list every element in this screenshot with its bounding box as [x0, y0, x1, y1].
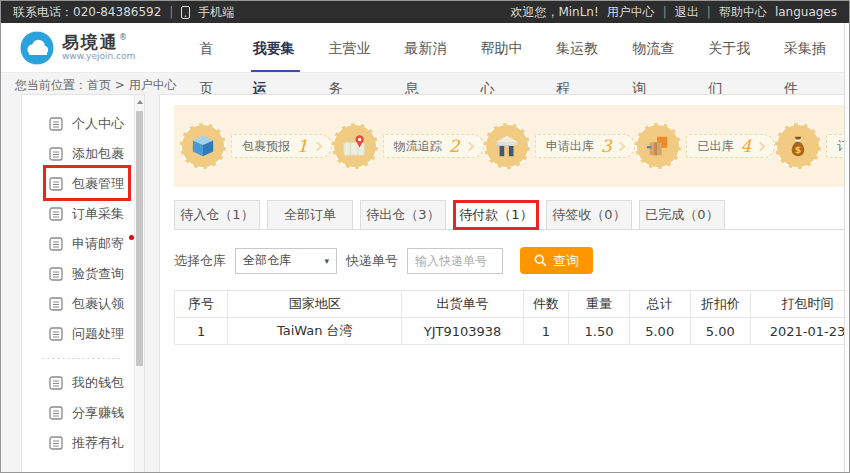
brand-name: 易境通 [62, 32, 119, 52]
document-icon [49, 436, 63, 450]
chevron-right-icon [616, 141, 626, 151]
document-icon [49, 406, 63, 420]
order-status-tabs: 待入仓（1） 全部订单 待出仓（3） 待付款（1） 待签收（0） 已完成（0） [174, 200, 850, 230]
chevron-right-icon [464, 141, 474, 151]
document-icon [49, 267, 63, 281]
sidebar-item-referral-gift[interactable]: 推荐有礼 [22, 428, 134, 458]
step-shipped-out: 已出库 4 [635, 123, 775, 169]
tab-pending-inbound[interactable]: 待入仓（1） [174, 200, 260, 230]
cloud-logo-icon [19, 30, 55, 66]
sidebar-item-apply-mailing[interactable]: 申请邮寄 [22, 229, 134, 259]
document-icon [49, 177, 63, 191]
col-weight: 重量 [569, 291, 630, 318]
step-apply-outbound: 申请出库 3 [484, 123, 636, 169]
nav-item-consolidation[interactable]: 我要集运 [251, 28, 300, 72]
document-icon [49, 237, 63, 251]
cell-qty: 1 [523, 318, 568, 345]
nav-item-logistics-query[interactable]: 物流查询 [630, 28, 679, 72]
step-number: 1 [297, 136, 308, 156]
cell-weight: 1.50 [569, 318, 630, 345]
document-icon [49, 297, 63, 311]
nav-item-collect-plugin[interactable]: 采集插件 [782, 28, 831, 72]
svg-text:$: $ [795, 144, 801, 155]
sidebar-item-add-package[interactable]: 添加包裹 [22, 139, 134, 169]
cell-total: 5.00 [629, 318, 690, 345]
sidebar-item-issue-handling[interactable]: 问题处理 [22, 319, 134, 349]
nav-item-about[interactable]: 关于我们 [706, 28, 755, 72]
scrollbar-thumb[interactable] [136, 111, 143, 366]
tab-pending-receipt[interactable]: 待签收（0） [546, 200, 632, 230]
package-box-icon [190, 133, 216, 159]
step-order-payment: $ 订单付款 5 [775, 123, 850, 169]
orders-table: 序号 国家地区 出货单号 件数 重量 总计 折扣价 打包时间 操作 1 TaiW [174, 290, 850, 345]
col-region: 国家地区 [228, 291, 402, 318]
money-bag-icon: $ [785, 133, 811, 159]
brand-site-url: www.yejoin.com [62, 52, 135, 61]
tab-all-orders[interactable]: 全部订单 [267, 200, 353, 230]
site-header: 易境通® www.yejoin.com 首页 我要集运 主营业务 最新消息 帮助… [1, 23, 849, 73]
sidebar-scrollbar[interactable] [134, 95, 144, 473]
table-row: 1 TaiWan 台湾 YJT9103938 1 1.50 5.00 5.00 … [175, 318, 850, 345]
main-panel: 包裹预报 1 物流追踪 2 [159, 94, 850, 473]
user-center-link[interactable]: 用户中心 [607, 4, 655, 21]
tracking-number-label: 快递单号 [346, 252, 398, 270]
cell-pack-time: 2021-01-23 [751, 318, 850, 345]
help-center-link[interactable]: 帮助中心 [719, 4, 767, 21]
window-scrollbar[interactable] [844, 23, 849, 472]
separator: | [169, 5, 173, 19]
document-icon [49, 327, 63, 341]
step-number: 2 [449, 136, 460, 156]
tab-completed[interactable]: 已完成（0） [639, 200, 725, 230]
nav-item-home[interactable]: 首页 [197, 28, 223, 72]
welcome-text: 欢迎您，MinLn! [510, 4, 598, 21]
warehouse-select[interactable]: 全部仓库 ▾ [235, 248, 337, 274]
tracking-number-input[interactable] [407, 248, 503, 274]
sidebar-item-package-claim[interactable]: 包裹认领 [22, 289, 134, 319]
top-utility-bar: 联系电话：020-84386592 | 手机端 欢迎您，MinLn! 用户中心 … [1, 1, 849, 23]
document-icon [49, 376, 63, 390]
nav-item-tutorial[interactable]: 集运教程 [554, 28, 603, 72]
sidebar-item-personal-center[interactable]: 个人中心 [22, 109, 134, 139]
nav-item-help[interactable]: 帮助中心 [478, 28, 527, 72]
sidebar-menu: 个人中心 添加包裹 包裹管理 订单采集 申请邮寄 [21, 94, 145, 473]
map-tracking-icon [342, 133, 368, 159]
sidebar-item-inspection-query[interactable]: 验货查询 [22, 259, 134, 289]
separator: | [663, 5, 667, 19]
sidebar-item-package-management[interactable]: 包裹管理 [22, 169, 134, 199]
document-icon [49, 117, 63, 131]
col-seq: 序号 [175, 291, 228, 318]
cell-discount: 5.00 [690, 318, 751, 345]
sidebar-item-order-collect[interactable]: 订单采集 [22, 199, 134, 229]
step-label: 包裹预报 [242, 138, 290, 155]
contact-phone: 联系电话：020-84386592 [13, 4, 161, 21]
mobile-site-link[interactable]: 手机端 [181, 4, 234, 21]
warehouse-label: 选择仓库 [174, 252, 226, 270]
warehouse-icon [494, 133, 520, 159]
brand-logo[interactable]: 易境通® www.yejoin.com [19, 30, 135, 66]
nav-item-business[interactable]: 主营业务 [327, 28, 376, 72]
app-window: 联系电话：020-84386592 | 手机端 欢迎您，MinLn! 用户中心 … [0, 0, 850, 473]
tab-pending-payment[interactable]: 待付款（1） [453, 200, 539, 230]
step-package-forecast: 包裹预报 1 [180, 123, 332, 169]
languages-link[interactable]: languages [775, 5, 837, 19]
table-header-row: 序号 国家地区 出货单号 件数 重量 总计 折扣价 打包时间 操作 [175, 291, 850, 318]
step-label: 申请出库 [546, 138, 594, 155]
col-total: 总计 [629, 291, 690, 318]
process-steps-banner: 包裹预报 1 物流追踪 2 [174, 105, 850, 187]
main-nav: 首页 我要集运 主营业务 最新消息 帮助中心 集运教程 物流查询 关于我们 采集… [197, 28, 831, 72]
step-number: 3 [601, 136, 612, 156]
col-discount: 折扣价 [690, 291, 751, 318]
logout-link[interactable]: 退出 [675, 4, 699, 21]
cell-shipment-no: YJT9103938 [402, 318, 523, 345]
shipped-boxes-icon [645, 133, 671, 159]
document-icon [49, 147, 63, 161]
nav-item-news[interactable]: 最新消息 [403, 28, 452, 72]
scroll-up-arrow-icon[interactable] [137, 100, 143, 104]
sidebar-item-share-earn[interactable]: 分享赚钱 [22, 398, 134, 428]
phone-icon [181, 6, 190, 19]
tab-pending-outbound[interactable]: 待出仓（3） [360, 200, 446, 230]
sidebar-item-my-wallet[interactable]: 我的钱包 [22, 368, 134, 398]
col-shipment-no: 出货单号 [402, 291, 523, 318]
filter-bar: 选择仓库 全部仓库 ▾ 快递单号 查询 [174, 247, 850, 274]
search-button[interactable]: 查询 [520, 247, 593, 274]
